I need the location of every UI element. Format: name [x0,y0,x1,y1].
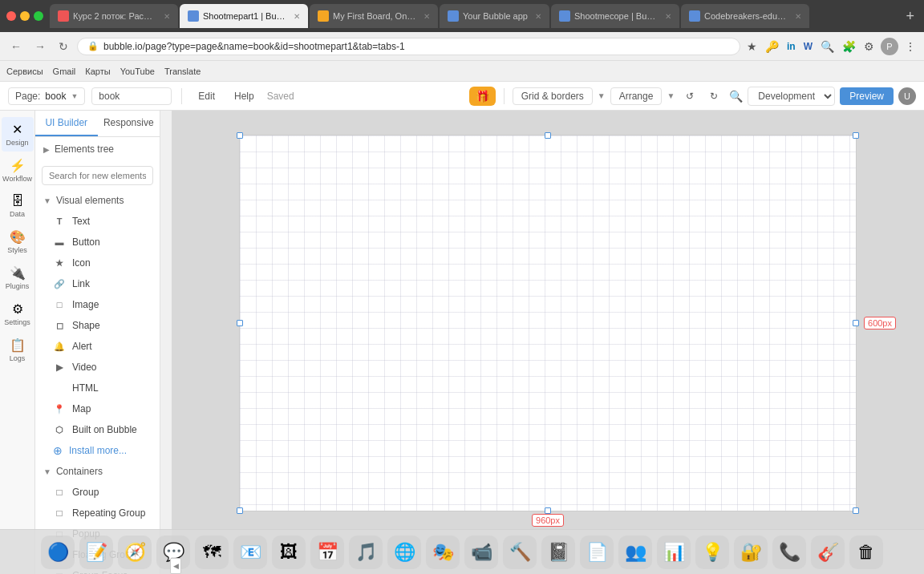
browser-tab-tab3[interactable]: My First Board, Online W...✕ [310,4,438,28]
dock-mail[interactable]: 📧 [233,536,267,569]
dock-1password[interactable]: 🔐 [734,536,768,569]
undo-button[interactable]: ↺ [679,88,700,104]
dock-music[interactable]: 🎵 [349,536,383,569]
element-image[interactable]: □Image [35,294,160,315]
dock-maps[interactable]: 🗺 [195,536,229,569]
elements-search-input[interactable] [42,166,153,185]
handle-bot-right[interactable] [853,507,859,514]
gift-button[interactable]: 🎁 [469,87,496,106]
browser-tab-tab4[interactable]: Your Bubble app✕ [440,4,549,28]
sidebar-icon-workflow[interactable]: ⚡Workflow [2,153,34,188]
containers-section-header[interactable]: ▼ Containers [35,461,160,482]
maximize-window-btn[interactable] [34,11,43,21]
nav-word-btn[interactable]: W [802,39,814,54]
bookmark-сервисы[interactable]: Сервисы [6,67,43,76]
dock-notion[interactable]: 📓 [541,536,575,569]
dock-skype[interactable]: 📞 [772,536,806,569]
handle-top-left[interactable] [237,132,243,139]
tab-close-icon[interactable]: ✕ [535,12,541,21]
dock-excel[interactable]: 📊 [657,536,691,569]
dock-safari[interactable]: 🧭 [118,536,152,569]
element-shape[interactable]: ◻Shape [35,315,160,336]
help-button[interactable]: Help [228,88,261,104]
element-text[interactable]: TText [35,211,160,232]
forward-button[interactable]: → [30,38,50,55]
search-toolbar-button[interactable]: 🔍 [729,90,743,103]
element-alert[interactable]: 🔔Alert [35,336,160,357]
dev-mode-selector[interactable]: Development [748,87,835,106]
sidebar-icon-logs[interactable]: 📋Logs [2,333,34,367]
element-map[interactable]: 📍Map [35,398,160,419]
dock-calendar[interactable]: 📅 [310,536,344,569]
handle-bot-left[interactable] [237,507,243,514]
tab-close-icon[interactable]: ✕ [294,12,300,21]
browser-tab-tab2[interactable]: Shootmepart1 | Bubble E...✕ [180,4,308,28]
tab-close-icon[interactable]: ✕ [164,12,170,21]
profile-avatar[interactable]: P [881,38,898,55]
tab-close-icon[interactable]: ✕ [424,12,430,21]
back-button[interactable]: ← [6,38,26,55]
canvas-area[interactable]: 600px 960px [172,111,924,574]
element-icon[interactable]: ★Icon [35,253,160,273]
container-group[interactable]: □Group [35,482,160,503]
minimize-window-btn[interactable] [20,11,30,21]
edit-button[interactable]: Edit [192,88,221,104]
nav-extensions-btn[interactable]: 🧩 [841,38,857,55]
sidebar-icon-settings[interactable]: ⚙Settings [2,297,34,331]
sidebar-collapse-handle[interactable]: ◀ [170,558,181,574]
tab-close-icon[interactable]: ✕ [665,12,671,21]
bookmark-карты[interactable]: Карты [85,67,110,76]
bookmark-youtube[interactable]: YouTube [120,67,155,76]
page-selector[interactable]: Page: book ▼ [8,87,85,105]
tab-responsive[interactable]: Responsive [98,111,160,136]
nav-linkedin-btn[interactable]: in [785,39,797,54]
nav-sync-btn[interactable]: ⚙ [862,38,876,55]
dock-chrome[interactable]: 🌐 [387,536,421,569]
element-link[interactable]: 🔗Link [35,273,160,294]
browser-tab-tab6[interactable]: Codebreakers-edu | Bubb...✕ [681,4,809,28]
close-window-btn[interactable] [6,11,16,21]
handle-bot-center[interactable] [545,507,551,514]
dock-spotify[interactable]: 🎸 [811,536,845,569]
nav-bookmarks-btn[interactable]: ★ [745,38,759,55]
new-tab-button[interactable]: + [902,8,918,25]
dock-teams[interactable]: 👥 [618,536,652,569]
bookmark-gmail[interactable]: Gmail [53,67,76,76]
address-bar[interactable]: 🔒 bubble.io/page?type=page&name=book&id=… [77,38,740,55]
canvas[interactable]: 600px 960px [239,135,857,511]
tab-ui-builder[interactable]: UI Builder [35,111,98,136]
nav-search-btn[interactable]: 🔍 [819,38,836,55]
element-button[interactable]: ▬Button [35,232,160,253]
dock-finder[interactable]: 🔵 [41,536,75,569]
element-built-on-bubble[interactable]: ⬡Built on Bubble [35,419,160,440]
dock-trash[interactable]: 🗑 [849,536,883,569]
grid-borders-button[interactable]: Grid & borders [513,87,593,105]
arrange-button[interactable]: Arrange [610,87,663,105]
preview-button[interactable]: Preview [840,87,894,105]
nav-profiles-btn[interactable]: 🔑 [764,38,780,55]
nav-menu-btn[interactable]: ⋮ [903,38,918,55]
sidebar-icon-plugins[interactable]: 🔌Plugins [2,261,34,295]
handle-mid-left[interactable] [237,320,243,326]
element-html[interactable]: HTML [35,378,160,398]
dock-figma[interactable]: 🎭 [426,536,460,569]
handle-mid-right[interactable] [853,320,859,326]
sidebar-icon-data[interactable]: 🗄Data [2,189,34,223]
bookmark-translate[interactable]: Translate [164,67,201,76]
handle-top-center[interactable] [545,132,551,139]
dock-zoom[interactable]: 📹 [464,536,498,569]
page-name-input[interactable] [91,87,172,105]
dock-notes[interactable]: 📝 [79,536,113,569]
browser-tab-tab5[interactable]: Shootmecope | Bubble E...✕ [551,4,679,28]
dock-word[interactable]: 📄 [580,536,614,569]
browser-tab-tab1[interactable]: Курс 2 поток: Расписан...✕ [50,4,178,28]
container-repeating-group[interactable]: □Repeating Group [35,503,160,523]
dock-photos[interactable]: 🖼 [272,536,306,569]
sidebar-icon-styles[interactable]: 🎨Styles [2,224,34,259]
reload-button[interactable]: ↻ [55,38,72,55]
dock-xcode[interactable]: 🔨 [503,536,537,569]
install-more-visual-button[interactable]: ⊕Install more... [35,440,160,461]
handle-top-right[interactable] [853,132,859,139]
user-avatar[interactable]: U [898,87,916,105]
elements-tree-header[interactable]: ▶ Elements tree [35,137,160,161]
